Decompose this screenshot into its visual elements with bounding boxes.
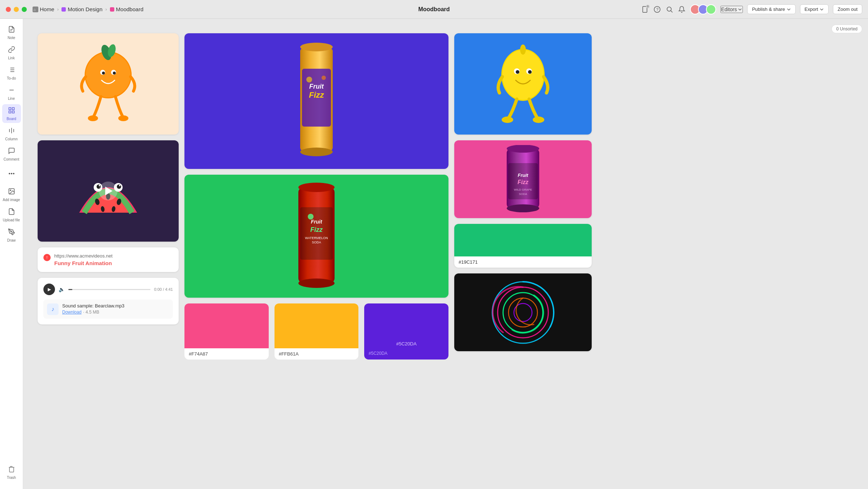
canvas-area[interactable]: 0 Unsorted — [23, 19, 868, 489]
svg-point-53 — [300, 43, 333, 51]
column-3: Fruit Fizz WILD GRAPE SODA #19C171 — [454, 33, 592, 360]
link-content: https://www.acmevideos.net Funny Fruit A… — [54, 253, 112, 266]
fruit-fizz-can-green: Fruit Fizz WATERMELON SODA — [284, 182, 349, 290]
svg-rect-63 — [300, 207, 333, 260]
orange-character-card — [38, 33, 179, 135]
svg-point-50 — [119, 185, 120, 186]
titlebar-actions: 0 ? Editors Publish & share Export — [641, 4, 862, 14]
svg-text:WILD GRAPE: WILD GRAPE — [514, 188, 532, 191]
sidebar-item-note[interactable]: Note — [2, 23, 21, 42]
svg-point-28 — [10, 190, 10, 191]
svg-point-58 — [306, 77, 312, 82]
svg-text:Fruit: Fruit — [311, 219, 322, 225]
column-2: Fruit Fizz — [184, 33, 448, 360]
comment-label: Comment — [4, 157, 19, 161]
green-swatch-card: #19C171 — [454, 224, 592, 268]
sidebar-item-link[interactable]: Link — [2, 43, 21, 62]
audio-play-button[interactable]: ▶ — [43, 284, 55, 295]
line-draw-icon — [8, 86, 15, 95]
audio-file-info: ♪ Sound sample: Bearclaw.mp3 Download · … — [43, 299, 173, 319]
lemon-character-image — [487, 41, 559, 127]
draw-icon — [8, 228, 15, 237]
audio-download-row: Download · 4.5 MB — [62, 309, 169, 315]
column-icon — [8, 127, 15, 136]
sidebar-item-board[interactable]: Board — [2, 104, 21, 123]
page-title: Moodboard — [418, 6, 450, 13]
note-icon — [8, 26, 15, 35]
svg-point-73 — [516, 70, 519, 74]
app-body: Note Link To-do Line Board — [0, 19, 868, 489]
fruit-fizz-can-pink: Fruit Fizz WILD GRAPE SODA — [496, 145, 550, 214]
export-button[interactable]: Export — [800, 4, 829, 14]
motion-design-dot — [61, 7, 66, 12]
upload-icon — [8, 208, 15, 217]
link-card: ! https://www.acmevideos.net Funny Fruit… — [38, 247, 179, 272]
home-icon: ⌂ — [33, 7, 38, 12]
spiral-animation-card — [454, 273, 592, 351]
avatar-3 — [706, 4, 716, 14]
link-url: https://www.acmevideos.net — [54, 253, 112, 259]
sidebar-item-upload[interactable]: Upload file — [2, 205, 21, 224]
breadcrumb-moodboard[interactable]: Moodboard — [110, 6, 144, 12]
audio-card: ▶ 🔈 0:00 / 4:41 ♪ Sound sample: Bearclaw… — [38, 278, 179, 324]
close-button[interactable] — [6, 7, 11, 12]
swatch-pink: #F74A87 — [184, 303, 269, 360]
fruit-fizz-pink-card: Fruit Fizz WILD GRAPE SODA — [454, 140, 592, 218]
svg-text:Fruit: Fruit — [518, 173, 529, 178]
svg-text:Fizz: Fizz — [309, 90, 324, 99]
upload-label: Upload file — [3, 218, 20, 222]
add-image-label: Add image — [3, 198, 20, 202]
swatch-purple-color — [364, 303, 448, 338]
audio-progress-fill — [68, 289, 72, 290]
maximize-button[interactable] — [22, 7, 27, 12]
sidebar-item-trash[interactable]: Trash — [2, 463, 21, 482]
sidebar-item-line[interactable]: Line — [2, 84, 21, 103]
help-icon[interactable]: ? — [653, 5, 661, 13]
breadcrumb-home[interactable]: ⌂ Home — [33, 6, 54, 12]
sidebar-item-add-image[interactable]: Add image — [2, 185, 21, 204]
swatch-yellow-color — [275, 303, 359, 348]
breadcrumb: ⌂ Home › Motion Design › Moodboard — [33, 6, 143, 12]
svg-point-35 — [113, 72, 116, 75]
svg-text:SODA: SODA — [519, 192, 527, 196]
volume-icon[interactable]: 🔈 — [59, 286, 65, 292]
sidebar-item-todo[interactable]: To-do — [2, 64, 21, 82]
svg-text:Fruit: Fruit — [309, 83, 324, 90]
minimize-button[interactable] — [14, 7, 19, 12]
chevron-down-icon3 — [820, 7, 824, 12]
watermelon-video-card[interactable] — [38, 140, 179, 242]
play-triangle-icon — [105, 187, 112, 195]
publish-share-button[interactable]: Publish & share — [747, 4, 795, 14]
fruit-fizz-green-card: Fruit Fizz WATERMELON SODA — [184, 175, 448, 298]
link-title: Funny Fruit Animation — [54, 260, 112, 266]
sidebar-item-column[interactable]: Column — [2, 124, 21, 143]
breadcrumb-separator: › — [57, 7, 59, 12]
play-button[interactable] — [99, 182, 118, 200]
svg-point-68 — [308, 214, 314, 220]
zoom-button[interactable]: Zoom out — [833, 4, 862, 14]
swatch-purple: #5C20DA #5C20DA — [364, 303, 448, 360]
sidebar-item-comment[interactable]: Comment — [2, 145, 21, 163]
green-swatch-color — [454, 224, 592, 256]
notification-icon[interactable] — [678, 5, 686, 13]
svg-point-75 — [520, 44, 526, 55]
audio-filename: Sound sample: Bearclaw.mp3 — [62, 303, 169, 309]
svg-point-62 — [298, 278, 335, 288]
breadcrumb-motion-design[interactable]: Motion Design — [61, 6, 102, 12]
sidebar-item-draw[interactable]: Draw — [2, 226, 21, 244]
svg-point-79 — [507, 145, 539, 153]
editors-button[interactable]: Editors — [720, 6, 743, 13]
orange-character-image — [72, 41, 144, 127]
search-icon[interactable] — [665, 5, 673, 13]
editor-avatars — [690, 4, 716, 14]
lemon-character-card — [454, 33, 592, 135]
note-label: Note — [8, 36, 15, 40]
svg-rect-17 — [9, 107, 11, 110]
green-swatch-label: #19C171 — [454, 256, 592, 268]
sidebar-item-more[interactable] — [2, 165, 21, 184]
audio-progress-bar[interactable] — [68, 289, 150, 290]
device-icon[interactable]: 0 — [641, 5, 649, 13]
audio-download-link[interactable]: Download — [62, 310, 81, 315]
link-icon — [8, 46, 15, 55]
moodboard-grid: ! https://www.acmevideos.net Funny Fruit… — [38, 33, 854, 360]
